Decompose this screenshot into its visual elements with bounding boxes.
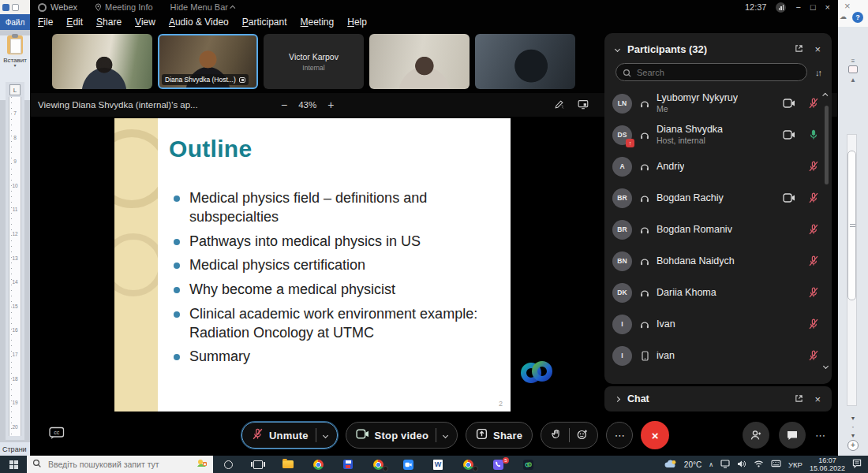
paste-clipboard-icon[interactable]: [7, 35, 23, 54]
taskbar-saved-app[interactable]: [333, 456, 363, 473]
tray-display-icon[interactable]: [720, 460, 730, 470]
search-highlights-icon[interactable]: [196, 457, 208, 471]
word-close-icon[interactable]: ×: [844, 0, 851, 12]
mic-muted-icon[interactable]: [807, 161, 819, 172]
chat-toggle-button[interactable]: [779, 422, 806, 449]
weather-cloud-icon[interactable]: [664, 460, 677, 470]
video-tile-5[interactable]: [475, 34, 575, 89]
word-save-icon[interactable]: [2, 4, 9, 11]
participant-row[interactable]: BR Bogdan Romaniv: [604, 214, 832, 245]
display-layout-icon[interactable]: [578, 99, 589, 111]
sort-icon[interactable]: ↓↑: [815, 68, 821, 77]
video-tile-4[interactable]: [369, 34, 470, 89]
reactions-emoji-icon[interactable]: [577, 429, 588, 442]
mic-muted-icon[interactable]: [807, 224, 819, 235]
video-tile-victor-no-video[interactable]: Victor Karpov Internal: [264, 34, 364, 89]
zoom-in-button[interactable]: +: [327, 99, 334, 111]
tray-touch-keyboard-icon[interactable]: [771, 460, 781, 469]
participants-toggle-button[interactable]: [743, 422, 769, 449]
taskbar-chrome-3[interactable]: [453, 456, 483, 473]
menu-view[interactable]: View: [135, 17, 155, 28]
taskbar-zoom[interactable]: [393, 456, 423, 473]
close-participants-icon[interactable]: ×: [814, 44, 821, 54]
tray-network-icon[interactable]: [754, 460, 764, 469]
taskbar-word[interactable]: W: [423, 456, 453, 473]
word-help-icon[interactable]: ?: [852, 12, 863, 23]
participant-row[interactable]: I Ivan: [604, 308, 832, 340]
zoom-level[interactable]: 43%: [298, 100, 316, 110]
menu-file[interactable]: File: [38, 17, 53, 28]
panel-more-options[interactable]: ⋯: [815, 430, 825, 441]
camera-on-icon[interactable]: [780, 130, 798, 140]
close-button[interactable]: ×: [825, 2, 830, 12]
camera-on-icon[interactable]: [780, 193, 798, 203]
camera-on-icon[interactable]: [780, 99, 798, 108]
popout-icon[interactable]: [795, 392, 803, 406]
tray-clock[interactable]: 16:07 15.06.2022: [810, 456, 845, 472]
mic-muted-icon[interactable]: [807, 98, 819, 109]
taskbar-webex[interactable]: [513, 456, 543, 473]
menu-help[interactable]: Help: [347, 17, 367, 28]
mic-active-icon[interactable]: [807, 129, 819, 140]
tray-temperature[interactable]: 20°C: [684, 460, 702, 469]
raise-hand-icon[interactable]: [551, 429, 562, 442]
stop-video-button[interactable]: Stop video: [346, 422, 458, 449]
taskbar-file-explorer[interactable]: [273, 456, 303, 473]
word-browse-buttons[interactable]: ▼◦▼+: [838, 414, 868, 451]
connection-signal-icon[interactable]: [776, 2, 786, 13]
minimize-button[interactable]: −: [795, 2, 800, 12]
mic-muted-icon[interactable]: [807, 287, 819, 298]
word-scrollbar[interactable]: [847, 134, 857, 406]
collapse-chevron-icon[interactable]: [615, 46, 620, 51]
tray-speaker-icon[interactable]: [737, 460, 746, 470]
zoom-out-button[interactable]: −: [281, 99, 287, 111]
taskbar-search-box[interactable]: [27, 456, 213, 473]
mic-muted-icon[interactable]: [807, 350, 819, 361]
menu-audio-video[interactable]: Audio & Video: [169, 17, 229, 28]
word-scrollbar-thumb[interactable]: [847, 151, 856, 300]
leave-meeting-button[interactable]: ×: [641, 421, 669, 449]
taskbar-task-view[interactable]: [243, 456, 273, 473]
meeting-info-button[interactable]: Meeting Info: [95, 2, 153, 12]
video-tile-diana-selected[interactable]: Diana Shvydka (Host...): [158, 34, 258, 89]
tray-language[interactable]: УКР: [788, 460, 803, 469]
popout-icon[interactable]: [795, 42, 803, 56]
participant-row[interactable]: I ivan: [604, 340, 832, 371]
participants-scrollbar-thumb[interactable]: [825, 106, 829, 184]
menu-share[interactable]: Share: [96, 17, 122, 28]
taskbar-viber[interactable]: 5: [483, 456, 513, 473]
audio-options-chevron-icon[interactable]: [323, 432, 328, 438]
taskbar-chrome-2[interactable]: [363, 456, 393, 473]
chat-panel-collapsed[interactable]: Chat ×: [604, 386, 832, 412]
mic-muted-icon[interactable]: [807, 192, 819, 203]
video-options-chevron-icon[interactable]: [443, 432, 448, 438]
menu-participant[interactable]: Participant: [242, 17, 287, 28]
mic-muted-icon[interactable]: [807, 255, 819, 266]
word-zoom-in-icon[interactable]: +: [847, 440, 859, 451]
close-chat-icon[interactable]: ×: [814, 394, 821, 404]
menu-edit[interactable]: Edit: [66, 17, 83, 28]
start-button[interactable]: [0, 456, 27, 473]
taskbar-chrome-1[interactable]: [303, 456, 333, 473]
taskbar-cortana[interactable]: [213, 456, 243, 473]
maximize-button[interactable]: □: [810, 2, 816, 12]
expand-chevron-icon[interactable]: [615, 396, 620, 401]
word-file-tab[interactable]: Файл: [0, 14, 30, 30]
participant-row[interactable]: BN Bohdana Naidych: [604, 245, 832, 277]
more-options-button[interactable]: ⋯: [606, 422, 633, 449]
participant-row[interactable]: A Andriy: [604, 151, 832, 182]
closed-captions-icon[interactable]: cc: [49, 426, 65, 444]
unmute-button[interactable]: Unmute: [241, 422, 338, 449]
participant-row[interactable]: DS ↑ Diana Shvydka Host, internal: [604, 119, 832, 151]
annotate-pen-icon[interactable]: [554, 99, 564, 111]
participant-row[interactable]: DK Dariia Khoma: [604, 277, 832, 308]
word-undo-icon[interactable]: [12, 4, 19, 11]
participant-row[interactable]: LN Lyubomyr Nykyruy Me: [604, 88, 832, 119]
video-tile-1[interactable]: [52, 34, 152, 89]
taskbar-search-input[interactable]: [47, 459, 192, 470]
paste-dropdown-caret[interactable]: ▾: [0, 64, 30, 68]
tray-chevron-up[interactable]: ∧: [709, 461, 713, 468]
menu-meeting[interactable]: Meeting: [301, 17, 335, 28]
hide-menu-bar-button[interactable]: Hide Menu Bar: [170, 2, 235, 12]
ruler-tab-selector[interactable]: L: [9, 84, 21, 95]
